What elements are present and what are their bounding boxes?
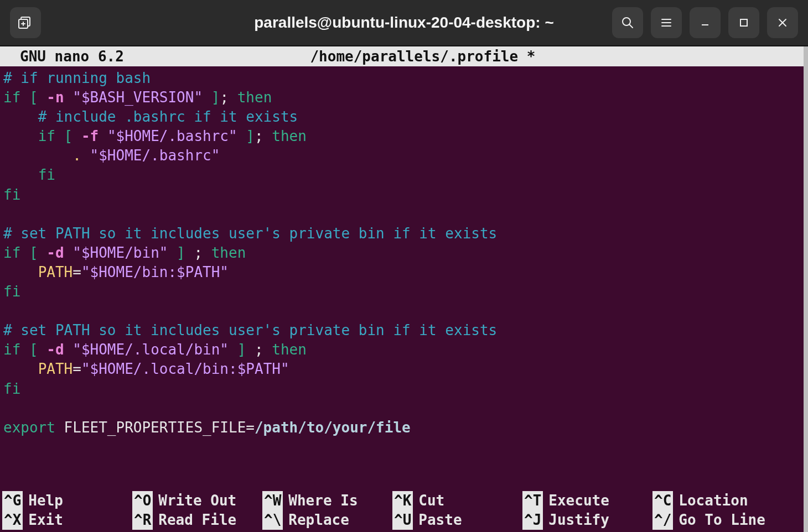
shortcut-writeout: ^OWrite Out [132,491,257,510]
shortcut-help: ^GHelp [2,491,127,510]
shortcut-key: ^G [2,491,23,510]
code-kw: export [3,419,55,436]
shortcut-row-1: ^GHelp ^OWrite Out ^WWhere Is ^KCut ^TEx… [2,491,802,510]
search-icon [621,16,634,29]
shortcut-key: ^T [522,491,543,510]
scrollbar[interactable] [804,46,808,532]
code-bracket: ] [237,341,246,358]
shortcut-key: ^W [262,491,283,510]
code-source: . [72,147,90,164]
minimize-button[interactable] [690,7,721,38]
code-punct: ; [220,89,229,106]
shortcut-label: Read File [158,510,236,530]
code-punct: = [72,361,81,377]
shortcut-key: ^U [392,510,413,530]
hamburger-icon [660,17,672,29]
shortcut-key: ^R [132,510,153,530]
code-bracket: [ [29,89,38,106]
shortcut-label: Execute [548,491,609,510]
code-string: "$HOME/.local/bin:$PATH" [81,361,289,377]
svg-line-4 [629,24,633,28]
code-comment: # if running bash [3,70,151,86]
code-op: -f [81,128,99,144]
maximize-icon [739,18,749,28]
code-op: -n [46,89,64,106]
code-var: PATH [38,361,73,377]
code-string: "$HOME/.bashrc" [107,128,237,144]
code-bracket: ] [246,128,255,144]
shortcut-exit: ^XExit [2,510,127,530]
shortcut-replace: ^\Replace [262,510,387,530]
code-kw: fi [3,186,20,203]
maximize-button[interactable] [728,7,759,38]
shortcut-readfile: ^RRead File [132,510,257,530]
shortcut-label: Replace [288,510,349,530]
code-bracket: [ [29,341,38,358]
shortcut-key: ^C [652,491,673,510]
code-kw: fi [3,283,20,300]
code-comment: # set PATH so it includes user's private… [3,225,497,242]
code-kw: if [3,89,20,106]
code-kw: if [3,341,20,358]
code-string: "$HOME/bin:$PATH" [81,264,229,280]
code-kw: fi [38,166,55,183]
nano-status-bar: GNU nano 6.2 /home/parallels/.profile * [0,46,804,66]
shortcut-gotoline: ^/Go To Line [652,510,777,530]
code-op: -d [46,341,64,358]
new-tab-icon [18,17,33,29]
code-string: "$HOME/bin" [72,244,168,261]
nano-file-path: /home/parallels/.profile * [124,46,722,66]
window-title: parallels@ubuntu-linux-20-04-desktop: ~ [254,12,554,33]
shortcut-key: ^O [132,491,153,510]
code-bracket: ] [211,89,220,106]
code-punct: = [246,419,255,436]
shortcut-execute: ^TExecute [522,491,647,510]
nano-app-version: GNU nano 6.2 [4,46,124,66]
code-kw: if [3,244,20,261]
new-tab-button[interactable] [10,7,41,38]
code-path: /path/to/your/file [255,419,411,436]
shortcut-label: Location [678,491,748,510]
shortcut-label: Justify [548,510,609,530]
search-button[interactable] [612,7,643,38]
code-kw: then [211,244,246,261]
code-comment: # include .bashrc if it exists [38,108,298,125]
editor-buffer[interactable]: # if running bash if [ -n "$BASH_VERSION… [0,66,804,440]
shortcut-key: ^\ [262,510,283,530]
close-button[interactable] [767,7,798,38]
nano-shortcut-bar: ^GHelp ^OWrite Out ^WWhere Is ^KCut ^TEx… [2,491,802,530]
code-string: "$HOME/.bashrc" [90,147,220,164]
code-var: FLEET_PROPERTIES_FILE [64,419,246,436]
code-punct: ; [255,128,263,144]
code-kw: then [272,128,307,144]
shortcut-whereis: ^WWhere Is [262,491,387,510]
svg-rect-9 [740,19,747,26]
shortcut-key: ^X [2,510,23,530]
code-kw: if [38,128,55,144]
close-icon [777,17,788,28]
code-bracket: ] [177,244,185,261]
menu-button[interactable] [651,7,682,38]
code-kw: then [272,341,307,358]
shortcut-key: ^/ [652,510,673,530]
shortcut-cut: ^KCut [392,491,517,510]
shortcut-label: Help [28,491,63,510]
shortcut-paste: ^UPaste [392,510,517,530]
code-bracket: [ [29,244,38,261]
shortcut-row-2: ^XExit ^RRead File ^\Replace ^UPaste ^JJ… [2,510,802,530]
code-punct: = [72,264,81,280]
shortcut-key: ^K [392,491,413,510]
shortcut-label: Where Is [288,491,358,510]
code-string: "$HOME/.local/bin" [72,341,229,358]
terminal-area[interactable]: GNU nano 6.2 /home/parallels/.profile * … [0,46,808,532]
code-var: PATH [38,264,73,280]
shortcut-label: Paste [418,510,462,530]
code-string: "$BASH_VERSION" [72,89,203,106]
code-op: -d [46,244,64,261]
shortcut-label: Write Out [158,491,236,510]
shortcut-label: Cut [418,491,444,510]
shortcut-label: Exit [28,510,63,530]
code-punct: ; [255,341,263,358]
shortcut-key: ^J [522,510,543,530]
code-comment: # set PATH so it includes user's private… [3,322,497,338]
